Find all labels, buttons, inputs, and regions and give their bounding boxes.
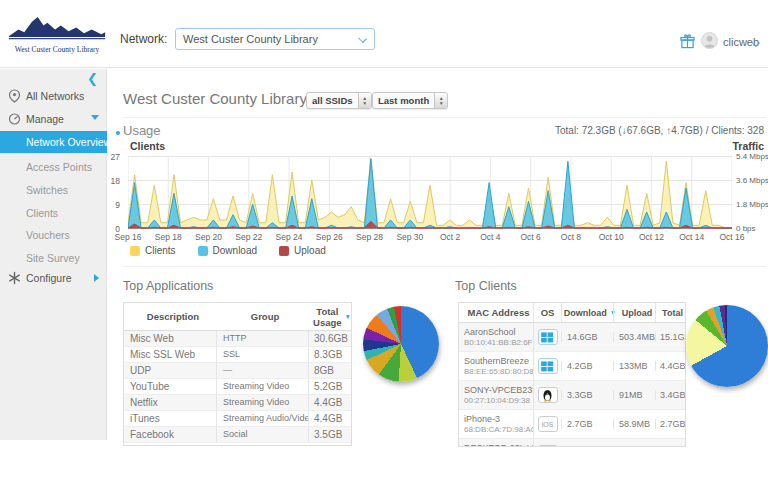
app-description: UDP	[124, 363, 216, 378]
legend-item-upload: Upload	[279, 245, 326, 256]
header-download[interactable]: Download▼	[561, 303, 613, 322]
usage-area-chart	[128, 156, 732, 229]
table-row[interactable]: Misc SSL Web SSL 8.3GB	[124, 347, 351, 363]
client-total: 4.4GB	[655, 361, 685, 371]
logo[interactable]: West Custer County Library	[6, 14, 108, 64]
table-row[interactable]: AaronSchool B0:10:41:BB:B2:6F 14.6GB 503…	[459, 323, 685, 352]
header-group[interactable]: Group	[216, 303, 308, 330]
x-tick-label: Sep 22	[235, 232, 262, 242]
client-total: 2.7GB	[655, 419, 685, 429]
sidebar-item-access-points[interactable]: Access Points	[0, 156, 107, 178]
ios-os-icon: iOS	[538, 416, 558, 432]
top-clients-pie-chart	[686, 305, 768, 387]
x-tick-label: Oct 12	[639, 232, 664, 242]
clients-axis-title: Clients	[130, 140, 165, 152]
person-icon	[702, 33, 717, 48]
client-download: 4.2GB	[561, 361, 613, 371]
x-tick-label: Oct 4	[480, 232, 500, 242]
gift-icon[interactable]	[680, 34, 695, 49]
table-row[interactable]: Misc Web HTTP 30.6GB	[124, 331, 351, 347]
sidebar-item-site-survey[interactable]: Site Survey	[0, 247, 107, 269]
table-row[interactable]: Netflix Streaming Video 4.4GB	[124, 395, 351, 411]
client-total: 3.4GB	[655, 390, 685, 400]
header-mac-address[interactable]: MAC Address	[459, 303, 533, 322]
y-tick-label: 27	[92, 152, 120, 162]
usage-section-title: Usage	[123, 123, 161, 138]
table-row[interactable]: SouthernBreeze B8:EE:65:8D:80:D8 4.2GB 1…	[459, 352, 685, 381]
client-mac: 00:27:10:04:D9:38	[464, 396, 533, 406]
x-tick-label: Sep 18	[155, 232, 182, 242]
table-row[interactable]: SONY-VPCEB23FM 00:27:10:04:D9:38 3.3GB 9…	[459, 381, 685, 410]
ssid-select[interactable]: all SSIDs ▲▼	[306, 92, 372, 109]
sidebar-item-label: Configure	[26, 267, 72, 289]
mountain-logo-icon	[8, 14, 106, 40]
header-description[interactable]: Description	[124, 303, 216, 330]
app-total: 8GB	[308, 363, 351, 378]
app-group: Streaming Audio/Video	[216, 411, 308, 426]
sidebar-item-label: All Networks	[26, 85, 84, 107]
app-total: 4.4GB	[308, 395, 351, 410]
table-row	[124, 443, 351, 446]
table-row[interactable]: iTunes Streaming Audio/Video 4.4GB	[124, 411, 351, 427]
sidebar-item-switches[interactable]: Switches	[0, 179, 107, 201]
x-tick-label: Sep 26	[316, 232, 343, 242]
left-axis-ticks: 271890	[96, 156, 124, 229]
client-name: SONY-VPCEB23FM	[464, 385, 533, 396]
header-os[interactable]: OS	[533, 303, 561, 322]
client-total: 15.1GB	[655, 332, 685, 342]
table-row[interactable]: YouTube Streaming Video 5.2GB	[124, 379, 351, 395]
table-row[interactable]: Facebook Social 3.5GB	[124, 427, 351, 443]
windows-os-icon	[538, 358, 558, 374]
x-tick-label: Sep 28	[356, 232, 383, 242]
app-group: HTTP	[216, 331, 308, 346]
sidebar-item-vouchers[interactable]: Vouchers	[0, 224, 107, 246]
sort-desc-icon: ▼	[345, 313, 351, 320]
header-upload[interactable]: Upload	[613, 303, 655, 322]
client-name: iPhone-3	[464, 414, 533, 425]
app-total: 30.6GB	[308, 331, 351, 346]
header-total-usage[interactable]: Total Usage▼	[308, 303, 351, 330]
x-tick-label: Oct 8	[561, 232, 581, 242]
time-range-select[interactable]: Last month ▲▼	[372, 92, 448, 109]
section-bullet	[116, 131, 120, 135]
sidebar-item-network-overview[interactable]: Network Overview	[0, 131, 107, 153]
page-title: West Custer County Library	[123, 90, 307, 107]
sidebar-item-label: Manage	[26, 108, 64, 130]
top-clients-table: MAC Address OS Download▼ Upload Total Aa…	[458, 302, 686, 447]
x-tick-label: Sep 24	[276, 232, 303, 242]
time-range-select-value: Last month	[373, 95, 434, 106]
client-name: DESKTOP-03LAOHP	[464, 443, 533, 448]
app-description: Facebook	[124, 427, 216, 442]
network-label: Network:	[120, 32, 167, 46]
app-description: YouTube	[124, 379, 216, 394]
sidebar-item-clients[interactable]: Clients	[0, 202, 107, 224]
client-name: AaronSchool	[464, 327, 533, 338]
table-row[interactable]: UDP — 8GB	[124, 363, 351, 379]
client-upload: 91MB	[613, 390, 655, 400]
x-tick-label: Oct 14	[679, 232, 704, 242]
x-axis-ticks: Sep 16Sep 18Sep 20Sep 22Sep 24Sep 26Sep …	[128, 232, 732, 242]
client-mac: B0:10:41:BB:B2:6F	[464, 338, 533, 348]
sidebar-item-configure[interactable]: Configure	[0, 267, 107, 289]
app-total: 5.2GB	[308, 379, 351, 394]
app-description: Misc Web	[124, 331, 216, 346]
network-select-value: West Custer County Library	[183, 33, 318, 45]
top-applications-title: Top Applications	[123, 279, 213, 293]
app-total: 8.3GB	[308, 347, 351, 362]
x-tick-label: Sep 16	[115, 232, 142, 242]
user-avatar[interactable]	[701, 32, 718, 49]
sidebar-item-all-networks[interactable]: All Networks	[0, 85, 107, 107]
header-total[interactable]: Total	[655, 303, 685, 322]
app-group: Social	[216, 427, 308, 442]
top-clients-title: Top Clients	[455, 279, 517, 293]
table-row[interactable]: iPhone-3 68:DB:CA:7D:98:A0 iOS 2.7GB 58.…	[459, 410, 685, 439]
traffic-axis-title: Traffic	[732, 140, 764, 152]
app-total: 3.5GB	[308, 427, 351, 442]
network-select[interactable]: West Custer County Library	[175, 28, 375, 50]
legend-label: Clients	[145, 245, 176, 256]
sidebar-collapse-icon[interactable]: ❮	[87, 71, 98, 86]
sidebar-item-manage[interactable]: Manage	[0, 108, 107, 130]
client-mac: 68:DB:CA:7D:98:A0	[464, 425, 533, 435]
chevron-right-icon	[94, 274, 99, 282]
table-row[interactable]: DESKTOP-03LAOHP 44:02:2C:25:05:50 2.6GB …	[459, 439, 685, 447]
